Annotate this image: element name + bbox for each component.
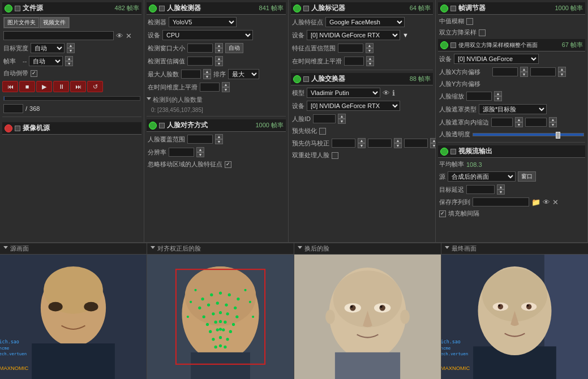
resolution-input[interactable]: 224 [169, 148, 194, 157]
ms-up[interactable]: ▲ [366, 56, 374, 61]
fill-gap-checkbox[interactable] [439, 210, 446, 217]
range-spinner[interactable]: ▲ ▼ [366, 43, 374, 53]
ws-up[interactable]: ▲ [215, 43, 223, 48]
stream-power-btn[interactable] [440, 148, 448, 156]
delay-input[interactable]: 500 [466, 185, 495, 194]
rng-down[interactable]: ▼ [366, 48, 374, 53]
threshold-input[interactable]: 0.50 [187, 57, 213, 66]
rng-up[interactable]: ▲ [366, 43, 374, 48]
marker-smooth-input[interactable]: 1 [344, 57, 364, 66]
fps-select[interactable]: 自动 [29, 56, 63, 66]
fps-up[interactable]: ▲ [65, 56, 73, 61]
thr-down[interactable]: ▼ [215, 61, 223, 66]
max-faces-input[interactable]: 1 [181, 70, 201, 79]
cover-range-input[interactable]: 2.2 [187, 135, 213, 144]
dual-process-checkbox[interactable] [332, 152, 338, 159]
ignore-moving-checkbox[interactable] [225, 161, 231, 168]
dual-use-power-btn[interactable] [440, 41, 448, 49]
count-triangle[interactable] [147, 97, 151, 102]
delay-spinner[interactable]: ▲ ▼ [497, 184, 505, 195]
auto-btn[interactable]: 自动 [225, 43, 243, 53]
ps-spinner1[interactable]: ▲ ▼ [358, 138, 366, 148]
edge-spinner[interactable]: ▲ ▼ [549, 117, 557, 127]
scale-spinner[interactable]: ▲ ▼ [494, 91, 502, 101]
tab-images[interactable]: 图片文件夹 [4, 18, 39, 28]
swapper-power-btn[interactable] [293, 75, 301, 83]
adjuster-check[interactable] [450, 6, 456, 11]
dual-use-check[interactable] [450, 42, 456, 48]
source-select[interactable]: 合成后的画面 [448, 171, 516, 182]
presharpen-checkbox[interactable] [319, 128, 326, 135]
camera-check[interactable] [15, 126, 20, 131]
face-id-input[interactable]: 0 [313, 114, 336, 123]
swapped-triangle[interactable] [298, 246, 302, 251]
file-source-power-btn[interactable] [5, 5, 12, 12]
thr-up[interactable]: ▲ [215, 56, 223, 61]
inward-spinner[interactable]: ▲ ▼ [515, 117, 523, 127]
window-btn[interactable]: 窗口 [518, 171, 536, 182]
adjuster-power-btn[interactable] [440, 5, 448, 12]
detector-device-select[interactable]: CPU [162, 30, 253, 40]
progress-bar[interactable] [3, 96, 140, 101]
landmark-select[interactable]: Google FaceMesh [325, 17, 405, 27]
dual-sample-checkbox[interactable] [479, 29, 486, 36]
target-width-spinner[interactable]: ▲ ▼ [67, 43, 75, 53]
marker-power-btn[interactable] [293, 5, 301, 12]
edge-input[interactable]: 25 [525, 118, 547, 127]
face-id-spinner[interactable]: ▲ ▼ [338, 114, 346, 124]
fps-down[interactable]: ▼ [65, 61, 73, 66]
aligned-triangle[interactable] [151, 246, 155, 251]
marker-device-select[interactable]: [0] NVIDIA GeForce RTX [307, 30, 400, 40]
face-detector-check[interactable] [159, 6, 165, 11]
file-source-check[interactable] [15, 6, 20, 11]
inward-input[interactable]: 5 [491, 118, 513, 127]
model-info-icon[interactable]: ℹ [392, 89, 395, 97]
max-faces-spinner[interactable]: ▲ ▼ [203, 69, 211, 79]
loop-btn[interactable]: ↺ [87, 81, 103, 92]
cr-up[interactable]: ▲ [215, 134, 223, 139]
adjuster-device-select[interactable]: [0] NVIDIA GeForce [454, 54, 539, 64]
save-close-icon[interactable]: ✕ [552, 198, 559, 206]
fps-spinner[interactable]: ▲ ▼ [65, 56, 73, 66]
swapper-check[interactable] [303, 76, 309, 82]
frame-current[interactable]: 1 [3, 104, 23, 113]
median-checkbox[interactable] [466, 18, 473, 25]
target-width-down[interactable]: ▼ [67, 48, 75, 53]
camera-power-btn[interactable] [5, 124, 12, 132]
ps-val3[interactable]: 1.00 [404, 139, 428, 148]
opacity-slider[interactable] [473, 133, 584, 136]
marker-smooth-spinner[interactable]: ▲ ▼ [366, 56, 374, 66]
detector-select[interactable]: YoloV5 [169, 17, 237, 27]
res-down[interactable]: ▼ [196, 152, 204, 157]
model-eye-icon[interactable]: 👁 [383, 89, 390, 97]
swapper-device-select[interactable]: [0] NVIDIA GeForce RTX [307, 101, 400, 111]
mf-up[interactable]: ▲ [203, 69, 211, 74]
resolution-spinner[interactable]: ▲ ▼ [196, 147, 204, 157]
fid-up[interactable]: ▲ [338, 114, 346, 119]
save-eye-icon[interactable]: 👁 [543, 198, 550, 206]
cover-range-spinner[interactable]: ▲ ▼ [215, 134, 223, 144]
ps-val1[interactable]: 1.00 [332, 139, 355, 148]
ps-spinner2[interactable]: ▲ ▼ [394, 138, 402, 148]
stop-btn[interactable]: ■ [19, 81, 35, 92]
y-shift-spinner[interactable]: ▲ ▼ [558, 67, 566, 77]
smooth-spinner[interactable]: ▲ ▼ [222, 82, 230, 92]
fid-down[interactable]: ▼ [338, 119, 346, 124]
sort-select[interactable]: 最大 [228, 69, 259, 79]
final-triangle[interactable] [445, 246, 449, 251]
res-up[interactable]: ▲ [196, 147, 204, 152]
window-size-input[interactable]: 128 [187, 44, 213, 53]
pause-btn[interactable]: ⏸ [53, 81, 69, 92]
save-seq-input[interactable]: ... [473, 197, 529, 206]
ps-val2[interactable]: 1.00 [368, 139, 392, 148]
auto-loop-checkbox[interactable] [31, 70, 37, 77]
mask-type-select[interactable]: 源脸*目标脸 [479, 104, 547, 114]
tab-video[interactable]: 视频文件 [40, 18, 69, 28]
window-size-spinner[interactable]: ▲ ▼ [215, 43, 223, 53]
stream-check[interactable] [450, 149, 456, 154]
aligner-power-btn[interactable] [149, 122, 157, 130]
prev-btn[interactable]: ⏮ [2, 81, 18, 92]
aligner-check[interactable] [159, 123, 165, 128]
face-detector-power-btn[interactable] [149, 5, 157, 12]
save-folder-icon[interactable]: 📁 [531, 198, 540, 206]
